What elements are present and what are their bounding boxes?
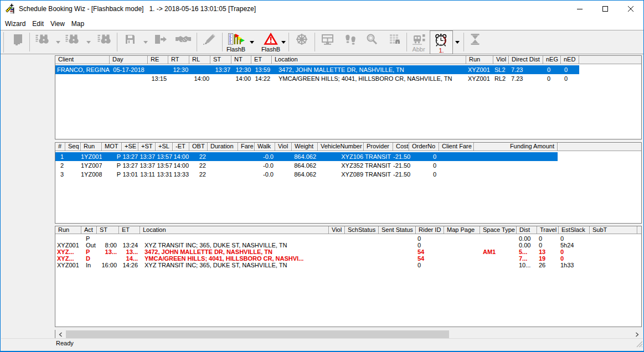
column-header--[interactable]: # (55, 143, 65, 151)
column-header-client[interactable]: Client (55, 56, 110, 64)
minimize-button[interactable] (567, 1, 593, 17)
column-header--st[interactable]: +ST (138, 143, 156, 151)
column-header-travel[interactable]: Travel (537, 226, 559, 234)
find-trip-dropdown-icon[interactable] (86, 41, 91, 44)
grid-row-selected[interactable]: 11YZ001P13:2713:3713:5714:0022-0.0864.06… (55, 152, 558, 161)
find-run-button[interactable] (95, 32, 115, 53)
column-header--se[interactable]: +SE (122, 143, 138, 151)
column-header-seq[interactable]: Seq (65, 143, 81, 151)
menu-view[interactable]: View (47, 18, 68, 29)
grid-row[interactable]: 13:1514:0014:0014:22YMCA/GREEN HILLS; 40… (55, 74, 579, 83)
column-header-re[interactable]: RE (148, 56, 168, 64)
column-header-client-fare[interactable]: Client Fare (439, 143, 474, 151)
column-header-viol[interactable]: Viol (493, 56, 509, 64)
column-header-st[interactable]: ST (210, 56, 231, 64)
column-header-st[interactable]: ST (97, 226, 119, 234)
column-header-schstatus[interactable]: SchStatus (345, 226, 379, 234)
flashback-button[interactable]: FlashB (224, 32, 248, 53)
column-header-location[interactable]: Location (272, 56, 466, 64)
title-bar[interactable]: Schedule Booking Wiz - [Flashback mode] … (1, 1, 643, 17)
grid-row[interactable]: P00.0000 (55, 235, 637, 242)
find-client-dropdown-icon[interactable] (56, 41, 60, 44)
column-header-neg[interactable]: nEG (543, 56, 561, 64)
save-dropdown-icon[interactable] (143, 41, 148, 44)
column-header-day[interactable]: Day (110, 56, 148, 64)
column-header-run[interactable]: Run (466, 56, 493, 64)
menu-wizard[interactable]: Wizard (2, 18, 29, 29)
column-header-orderno[interactable]: OrderNo (409, 143, 439, 151)
column-header-duration[interactable]: Duration (208, 143, 238, 151)
column-header-provider[interactable]: Provider (364, 143, 393, 151)
flashback-step-dropdown-icon[interactable] (455, 41, 460, 44)
column-header-ned[interactable]: nED (561, 56, 579, 64)
column-header-cost[interactable]: Cost (393, 143, 409, 151)
column-header-direct-dist[interactable]: Direct Dist (509, 56, 543, 64)
column-header-et[interactable]: ET (119, 226, 140, 234)
find-client-button[interactable] (33, 32, 53, 53)
column-header-location[interactable]: Location (140, 226, 329, 234)
column-header-sent-status[interactable]: Sent Status (379, 226, 416, 234)
scrollbar-thumb[interactable] (66, 330, 449, 339)
grid-row-alert[interactable]: XYZ...P13...13...3472, JOHN MALLETTE DR,… (55, 249, 637, 255)
maximize-button[interactable] (593, 1, 618, 17)
export-button[interactable] (150, 32, 170, 53)
column-header-act[interactable]: Act (81, 226, 97, 234)
cell (444, 262, 480, 268)
handshake-button[interactable] (172, 32, 194, 53)
close-button[interactable] (618, 1, 643, 17)
grid-row[interactable]: 21YZ007P13:2713:3713:5714:0022-0.0864.06… (55, 161, 558, 170)
column-header-weight[interactable]: Weight (292, 143, 318, 151)
column-header-funding-amount[interactable]: Funding Amount (474, 143, 558, 151)
resize-grip[interactable] (635, 340, 643, 350)
grid-row[interactable]: 31YZ008P13:0113:1113:3113:3322-0.0864.06… (55, 170, 558, 179)
grid-row-selected[interactable]: FRANCO, REGINA05-17-201812:3013:3712:301… (55, 65, 579, 74)
cell: 22 (189, 152, 208, 161)
grid-row[interactable]: XYZ001Out8:0013:24XYZ TRANSIT INC; 365, … (55, 242, 637, 249)
cell: 0 (416, 235, 444, 242)
cell (148, 65, 168, 74)
cell: P (102, 161, 122, 170)
column-header-rt[interactable]: RT (168, 56, 189, 64)
column-header-vehiclenumber[interactable]: VehicleNumber (318, 143, 364, 151)
column-header-walk[interactable]: Walk (255, 143, 275, 151)
flashback-alert-button[interactable]: FlashB (259, 32, 283, 53)
column-header-run[interactable]: Run (55, 226, 81, 234)
column-header-obt[interactable]: OBT (189, 143, 208, 151)
column-header-viol[interactable]: Viol (275, 143, 292, 151)
column-header-nt[interactable]: NT (231, 56, 251, 64)
column-header-mot[interactable]: MOT (102, 143, 122, 151)
menu-map[interactable]: Map (68, 18, 87, 29)
hourglass-button[interactable] (466, 32, 484, 53)
footprints-button[interactable] (341, 32, 360, 53)
column-header-et[interactable]: ET (251, 56, 272, 64)
column-header--et[interactable]: -ET (173, 143, 189, 151)
flashback-alert-dropdown-icon[interactable] (281, 41, 286, 44)
column-header-rl[interactable]: RL (189, 56, 210, 64)
column-header-rider-id[interactable]: Rider ID (416, 226, 444, 234)
fare-wheel-button[interactable] (292, 32, 312, 53)
edit-pencil-button[interactable] (199, 32, 220, 53)
column-header-dist[interactable]: Dist (517, 226, 537, 234)
column-header-map-page[interactable]: Map Page (444, 226, 480, 234)
grid-row[interactable]: XYZ001In16:0014:26XYZ TRANSIT INC; 365, … (55, 262, 637, 268)
column-header--sl[interactable]: +SL (156, 143, 173, 151)
flashback-step-button[interactable]: 1. (430, 30, 453, 54)
column-header-subt[interactable]: SubT (590, 226, 637, 234)
flashback-dropdown-icon[interactable] (250, 41, 254, 44)
column-header-viol[interactable]: Viol (329, 226, 345, 234)
column-header-space-type[interactable]: Space Type (480, 226, 517, 234)
column-header-fare[interactable]: Fare (238, 143, 255, 151)
cell (238, 170, 255, 179)
zoom-button[interactable] (362, 32, 382, 53)
column-header-estslack[interactable]: EstSlack (559, 226, 590, 234)
monitor-button[interactable] (317, 32, 338, 53)
menu-edit[interactable]: Edit (29, 18, 47, 29)
save-button[interactable] (120, 32, 140, 53)
grid-row-alert[interactable]: XYZ...D14...YMCA/GREEN HILLS; 4041, HILL… (55, 255, 637, 262)
find-trip-button[interactable] (63, 32, 83, 53)
sheet-find-button[interactable] (385, 32, 405, 53)
abbr-button[interactable]: Abbr (408, 32, 429, 53)
column-header-run[interactable]: Run (81, 143, 102, 151)
toolbar-gripper[interactable] (3, 32, 4, 53)
booking-page-button[interactable] (7, 32, 28, 53)
